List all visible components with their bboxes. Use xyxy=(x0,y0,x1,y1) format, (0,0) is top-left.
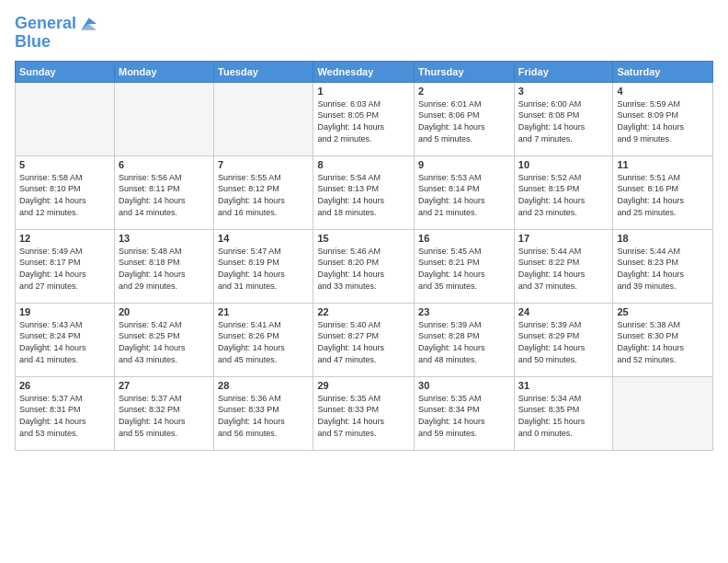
calendar-cell: 30Sunrise: 5:35 AMSunset: 8:34 PMDayligh… xyxy=(415,376,515,450)
calendar-cell: 16Sunrise: 5:45 AMSunset: 8:21 PMDayligh… xyxy=(415,229,515,303)
day-number: 13 xyxy=(119,233,210,244)
calendar-cell: 17Sunrise: 5:44 AMSunset: 8:22 PMDayligh… xyxy=(514,229,613,303)
logo-text-blue: Blue xyxy=(15,33,97,52)
calendar-cell: 27Sunrise: 5:37 AMSunset: 8:32 PMDayligh… xyxy=(114,376,213,450)
day-header-tuesday: Tuesday xyxy=(214,61,313,82)
day-number: 9 xyxy=(418,159,510,170)
day-info: Sunrise: 5:51 AMSunset: 8:16 PMDaylight:… xyxy=(617,172,709,218)
day-number: 15 xyxy=(317,233,410,244)
day-number: 2 xyxy=(418,86,510,97)
day-info: Sunrise: 5:47 AMSunset: 8:19 PMDaylight:… xyxy=(218,246,309,292)
day-number: 17 xyxy=(518,233,609,244)
calendar-cell: 10Sunrise: 5:52 AMSunset: 8:15 PMDayligh… xyxy=(514,155,613,229)
day-info: Sunrise: 5:59 AMSunset: 8:09 PMDaylight:… xyxy=(617,98,709,144)
calendar-cell: 11Sunrise: 5:51 AMSunset: 8:16 PMDayligh… xyxy=(613,155,713,229)
calendar-cell: 18Sunrise: 5:44 AMSunset: 8:23 PMDayligh… xyxy=(613,229,713,303)
day-info: Sunrise: 5:41 AMSunset: 8:26 PMDaylight:… xyxy=(218,319,309,365)
day-number: 7 xyxy=(218,159,309,170)
day-number: 22 xyxy=(317,306,410,317)
calendar-cell: 15Sunrise: 5:46 AMSunset: 8:20 PMDayligh… xyxy=(313,229,415,303)
calendar-cell: 24Sunrise: 5:39 AMSunset: 8:29 PMDayligh… xyxy=(514,303,613,376)
day-number: 10 xyxy=(518,159,609,170)
day-info: Sunrise: 5:49 AMSunset: 8:17 PMDaylight:… xyxy=(19,246,110,292)
day-info: Sunrise: 5:39 AMSunset: 8:28 PMDaylight:… xyxy=(418,319,510,365)
day-info: Sunrise: 5:53 AMSunset: 8:14 PMDaylight:… xyxy=(418,172,510,218)
day-number: 5 xyxy=(19,159,110,170)
day-number: 4 xyxy=(617,86,709,97)
logo-icon xyxy=(78,15,97,33)
calendar-cell: 14Sunrise: 5:47 AMSunset: 8:19 PMDayligh… xyxy=(214,229,313,303)
day-info: Sunrise: 5:42 AMSunset: 8:25 PMDaylight:… xyxy=(119,319,210,365)
calendar-cell: 9Sunrise: 5:53 AMSunset: 8:14 PMDaylight… xyxy=(415,155,515,229)
day-info: Sunrise: 5:35 AMSunset: 8:34 PMDaylight:… xyxy=(418,393,510,439)
day-info: Sunrise: 5:52 AMSunset: 8:15 PMDaylight:… xyxy=(518,172,609,218)
day-info: Sunrise: 5:58 AMSunset: 8:10 PMDaylight:… xyxy=(19,172,110,218)
day-number: 18 xyxy=(617,233,709,244)
calendar-cell: 5Sunrise: 5:58 AMSunset: 8:10 PMDaylight… xyxy=(16,155,115,229)
day-number: 21 xyxy=(218,306,309,317)
day-header-monday: Monday xyxy=(114,61,213,82)
calendar-cell: 20Sunrise: 5:42 AMSunset: 8:25 PMDayligh… xyxy=(114,303,213,376)
day-number: 27 xyxy=(119,380,210,391)
day-number: 25 xyxy=(617,306,709,317)
day-number: 29 xyxy=(317,380,410,391)
day-info: Sunrise: 5:46 AMSunset: 8:20 PMDaylight:… xyxy=(317,246,410,292)
calendar-cell: 31Sunrise: 5:34 AMSunset: 8:35 PMDayligh… xyxy=(514,376,613,450)
day-number: 24 xyxy=(518,306,609,317)
calendar-cell xyxy=(16,82,115,155)
day-header-wednesday: Wednesday xyxy=(313,61,415,82)
day-info: Sunrise: 5:37 AMSunset: 8:31 PMDaylight:… xyxy=(19,393,110,439)
day-info: Sunrise: 6:03 AMSunset: 8:05 PMDaylight:… xyxy=(317,98,410,144)
calendar-cell: 2Sunrise: 6:01 AMSunset: 8:06 PMDaylight… xyxy=(415,82,515,155)
day-info: Sunrise: 5:56 AMSunset: 8:11 PMDaylight:… xyxy=(119,172,210,218)
day-info: Sunrise: 6:01 AMSunset: 8:06 PMDaylight:… xyxy=(418,98,510,144)
calendar-table: SundayMondayTuesdayWednesdayThursdayFrid… xyxy=(15,61,713,451)
calendar-cell: 13Sunrise: 5:48 AMSunset: 8:18 PMDayligh… xyxy=(114,229,213,303)
day-number: 3 xyxy=(518,86,609,97)
day-header-saturday: Saturday xyxy=(613,61,713,82)
day-info: Sunrise: 5:44 AMSunset: 8:23 PMDaylight:… xyxy=(617,246,709,292)
calendar-cell: 4Sunrise: 5:59 AMSunset: 8:09 PMDaylight… xyxy=(613,82,713,155)
day-info: Sunrise: 5:35 AMSunset: 8:33 PMDaylight:… xyxy=(317,393,410,439)
day-number: 6 xyxy=(119,159,210,170)
day-header-friday: Friday xyxy=(514,61,613,82)
calendar-cell xyxy=(114,82,213,155)
day-number: 30 xyxy=(418,380,510,391)
calendar-cell xyxy=(613,376,713,450)
calendar-cell: 21Sunrise: 5:41 AMSunset: 8:26 PMDayligh… xyxy=(214,303,313,376)
day-number: 16 xyxy=(418,233,510,244)
page: General Blue SundayMondayTuesdayWednesda… xyxy=(0,0,728,563)
calendar-cell: 1Sunrise: 6:03 AMSunset: 8:05 PMDaylight… xyxy=(313,82,415,155)
day-number: 31 xyxy=(518,380,609,391)
day-info: Sunrise: 5:43 AMSunset: 8:24 PMDaylight:… xyxy=(19,319,110,365)
calendar-cell: 28Sunrise: 5:36 AMSunset: 8:33 PMDayligh… xyxy=(214,376,313,450)
day-number: 14 xyxy=(218,233,309,244)
calendar-cell: 19Sunrise: 5:43 AMSunset: 8:24 PMDayligh… xyxy=(16,303,115,376)
day-header-thursday: Thursday xyxy=(415,61,515,82)
calendar-cell: 26Sunrise: 5:37 AMSunset: 8:31 PMDayligh… xyxy=(16,376,115,450)
day-number: 20 xyxy=(119,306,210,317)
day-info: Sunrise: 5:39 AMSunset: 8:29 PMDaylight:… xyxy=(518,319,609,365)
day-info: Sunrise: 5:37 AMSunset: 8:32 PMDaylight:… xyxy=(119,393,210,439)
day-number: 8 xyxy=(317,159,410,170)
calendar-cell: 22Sunrise: 5:40 AMSunset: 8:27 PMDayligh… xyxy=(313,303,415,376)
calendar-cell xyxy=(214,82,313,155)
day-number: 23 xyxy=(418,306,510,317)
logo-text: General xyxy=(15,15,76,33)
day-info: Sunrise: 5:54 AMSunset: 8:13 PMDaylight:… xyxy=(317,172,410,218)
day-number: 12 xyxy=(19,233,110,244)
calendar-cell: 6Sunrise: 5:56 AMSunset: 8:11 PMDaylight… xyxy=(114,155,213,229)
day-info: Sunrise: 5:40 AMSunset: 8:27 PMDaylight:… xyxy=(317,319,410,365)
day-info: Sunrise: 5:44 AMSunset: 8:22 PMDaylight:… xyxy=(518,246,609,292)
calendar-cell: 25Sunrise: 5:38 AMSunset: 8:30 PMDayligh… xyxy=(613,303,713,376)
day-number: 11 xyxy=(617,159,709,170)
day-number: 28 xyxy=(218,380,309,391)
calendar-cell: 12Sunrise: 5:49 AMSunset: 8:17 PMDayligh… xyxy=(16,229,115,303)
calendar-cell: 7Sunrise: 5:55 AMSunset: 8:12 PMDaylight… xyxy=(214,155,313,229)
day-info: Sunrise: 6:00 AMSunset: 8:08 PMDaylight:… xyxy=(518,98,609,144)
day-info: Sunrise: 5:48 AMSunset: 8:18 PMDaylight:… xyxy=(119,246,210,292)
day-number: 26 xyxy=(19,380,110,391)
day-info: Sunrise: 5:38 AMSunset: 8:30 PMDaylight:… xyxy=(617,319,709,365)
header: General Blue xyxy=(15,15,713,52)
calendar-cell: 3Sunrise: 6:00 AMSunset: 8:08 PMDaylight… xyxy=(514,82,613,155)
